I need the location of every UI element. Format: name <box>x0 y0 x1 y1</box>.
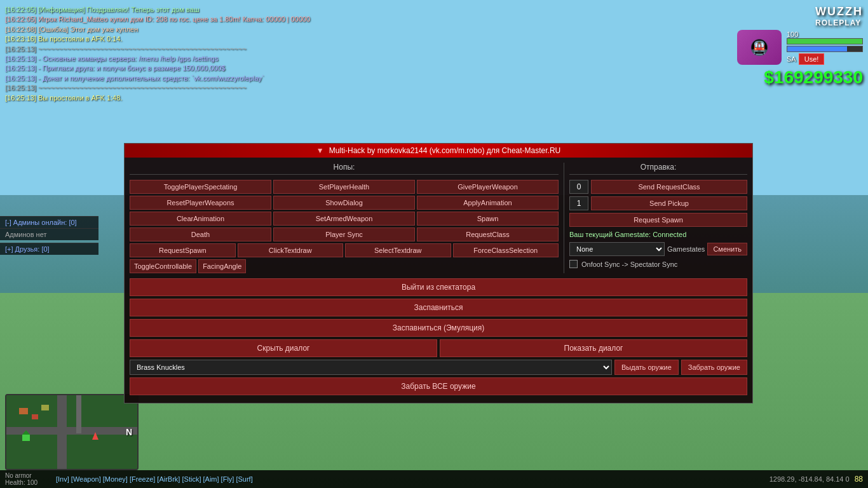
health-status: Health: 100 <box>5 479 56 486</box>
weapon-dropdown[interactable]: Brass Knuckles <box>130 360 612 375</box>
armor-bar <box>787 46 863 52</box>
nop-btn-set-armed-weapon[interactable]: SetArmedWeapon <box>273 212 415 226</box>
chat-line: [16:25:13] - Основные команды сервера: /… <box>5 54 374 64</box>
nop-btn-click-textdraw[interactable]: ClickTextdraw <box>238 243 344 257</box>
weapon-row: Brass Knuckles Выдать оружие Забрать ору… <box>130 360 747 375</box>
admins-none: Админов нет <box>0 228 98 240</box>
nops-header: Нопы: <box>130 163 559 175</box>
status-bar: No armor Health: 100 [Inv] [Weapon] [Mon… <box>0 470 868 488</box>
show-dialog-btn[interactable]: Показать диалог <box>440 339 747 357</box>
left-sidebar: [-] Админы онлайн: [0] Админов нет [+] Д… <box>0 216 98 255</box>
hack-panel-title: Multi-Hack by morkovka2144 (vk.com/m.rob… <box>329 146 561 155</box>
title-arrow: ▼ <box>316 146 324 155</box>
status-center: [Inv] [Weapon] [Money] [Freeze] [AirBrk]… <box>56 475 770 483</box>
send-requestclass-btn[interactable]: Send RequestClass <box>591 180 747 194</box>
health-label: 100 <box>787 30 798 38</box>
chat-area: [16:22:05] [Информация] Поздравляю! Тепе… <box>5 5 374 103</box>
nop-btn-request-spawn[interactable]: RequestSpawn <box>130 243 236 257</box>
compass-n: N <box>126 427 132 437</box>
give-weapon-btn[interactable]: Выдать оружие <box>614 360 679 375</box>
nop-btn-clear-animation[interactable]: ClearAnimation <box>130 212 271 226</box>
nop-btn-toggle-spectating[interactable]: TogglePlayerSpectating <box>130 180 271 194</box>
nop-btn-set-health[interactable]: SetPlayerHealth <box>273 180 415 194</box>
hack-panel-body: Нопы: TogglePlayerSpectating SetPlayerHe… <box>125 158 752 403</box>
health-bar-container: 100 <box>787 30 863 38</box>
nop-buttons-grid: TogglePlayerSpectating SetPlayerHealth G… <box>130 180 559 241</box>
send-header: Отправка: <box>569 163 747 175</box>
sa-label: SA <box>787 55 796 63</box>
nop-row-5: ToggleControllable FacingAngle <box>130 259 559 273</box>
nop-btn-spawn[interactable]: Spawn <box>417 212 559 226</box>
use-button[interactable]: Use! <box>799 53 825 65</box>
money-display: $169299330 <box>764 67 863 88</box>
svg-rect-5 <box>32 414 38 419</box>
nop-btn-apply-animation[interactable]: ApplyAnimation <box>417 196 559 210</box>
chat-line: [16:22:05] Игрок Richard_Matteo купил до… <box>5 15 374 24</box>
friends-header[interactable]: [+] Друзья: [0] <box>0 243 98 255</box>
nops-column: Нопы: TogglePlayerSpectating SetPlayerHe… <box>130 163 564 273</box>
nop-btn-request-class[interactable]: RequestClass <box>417 227 559 241</box>
svg-rect-6 <box>41 405 49 410</box>
onfoot-sync-row: Onfoot Sync -> Spectator Sync <box>569 260 747 268</box>
hack-panel-title-bar: ▼ Multi-Hack by morkovka2144 (vk.com/m.r… <box>125 144 752 158</box>
nop-btn-force-class[interactable]: ForceClassSelection <box>453 243 559 257</box>
nop-btn-death[interactable]: Death <box>130 227 271 241</box>
onfoot-sync-checkbox[interactable] <box>569 260 578 268</box>
status-score: 88 <box>855 475 863 484</box>
chat-line: [16:23:16] Вы простояли в AFK 0:14. <box>5 34 374 44</box>
gamestate-label: Ваш текущий Gamestate: Connected <box>569 231 747 238</box>
no-armor: No armor <box>5 472 56 479</box>
chat-line: [16:25:13] Вы простояли в AFK 1:48. <box>5 93 374 103</box>
hud-top-right: WUZZH ROLEPLAY 🚇 100 SA Use! $169299330 <box>737 5 863 88</box>
hack-panel-columns: Нопы: TogglePlayerSpectating SetPlayerHe… <box>130 163 747 273</box>
send-row-1: 1 Send Pickup <box>569 196 747 210</box>
send-column: Отправка: 0 Send RequestClass 1 Send Pic… <box>569 163 747 273</box>
gamestates-dropdown[interactable]: None <box>569 242 665 256</box>
spawn-btn[interactable]: Заспавниться <box>130 299 747 316</box>
svg-rect-8 <box>22 435 30 441</box>
svg-rect-3 <box>76 395 81 433</box>
send-number-0: 0 <box>569 180 588 194</box>
nop-btn-player-sync[interactable]: Player Sync <box>273 227 415 241</box>
health-bar-fill <box>787 39 862 44</box>
status-coords: 1298.29, -814.84, 84.14 0 <box>770 475 850 483</box>
take-all-weapons-btn[interactable]: Забрать ВСЕ оружие <box>130 377 747 395</box>
change-gamestate-btn[interactable]: Сменить <box>707 243 747 255</box>
server-logo: WUZZH ROLEPLAY <box>815 5 863 27</box>
logo-line1: WUZZH <box>815 5 863 18</box>
logo-line2: ROLEPLAY <box>815 18 863 27</box>
send-number-1: 1 <box>569 196 588 210</box>
health-bar <box>787 38 863 44</box>
hide-dialog-btn[interactable]: Скрыть диалог <box>130 339 437 357</box>
request-spawn-btn[interactable]: Request Spawn <box>569 213 747 227</box>
take-weapon-btn[interactable]: Забрать оружие <box>681 360 747 375</box>
nop-row-4: RequestSpawn ClickTextdraw SelectTextdra… <box>130 243 559 257</box>
chat-line: [16:25:13] - Донат и получение дополните… <box>5 74 374 83</box>
onfoot-sync-label: Onfoot Sync -> Spectator Sync <box>581 261 677 268</box>
hack-panel: ▼ Multi-Hack by morkovka2144 (vk.com/m.r… <box>124 143 753 403</box>
chat-line: [16:25:13] ~~~~~~~~~~~~~~~~~~~~~~~~~~~~~… <box>5 83 374 93</box>
armor-bar-fill <box>787 46 847 51</box>
nop-btn-select-textdraw[interactable]: SelectTextdraw <box>345 243 451 257</box>
nop-btn-show-dialog[interactable]: ShowDialog <box>273 196 415 210</box>
dialog-btns: Скрыть диалог Показать диалог <box>130 339 747 357</box>
send-row-0: 0 Send RequestClass <box>569 180 747 194</box>
admins-header[interactable]: [-] Админы онлайн: [0] <box>0 216 98 228</box>
chat-line: [16:25:13] ~~~~~~~~~~~~~~~~~~~~~~~~~~~~~… <box>5 44 374 54</box>
exit-spectator-btn[interactable]: Выйти из спектатора <box>130 278 747 296</box>
metro-icon: 🚇 <box>737 30 782 65</box>
gamestates-row: None Gamestates Сменить <box>569 242 747 256</box>
spawn-emul-btn[interactable]: Заспавниться (Эмуляция) <box>130 319 747 337</box>
bottom-buttons: Выйти из спектатора Заспавниться Заспавн… <box>130 278 747 395</box>
chat-line: [16:22:08] [Ошибка] Этот дом уже куплен <box>5 25 374 34</box>
chat-line: [16:25:13] - Пригласи друга: и получи бо… <box>5 64 374 73</box>
send-pickup-btn[interactable]: Send Pickup <box>591 196 747 210</box>
minimap: N <box>5 394 139 470</box>
nop-btn-toggle-controllable[interactable]: ToggleControllable <box>130 259 196 273</box>
minimap-svg <box>6 395 137 469</box>
status-left: No armor Health: 100 <box>5 472 56 486</box>
nop-btn-give-weapon[interactable]: GivePlayerWeapon <box>417 180 559 194</box>
nop-btn-facing-angle[interactable]: FacingAngle <box>198 259 246 273</box>
nop-btn-reset-weapons[interactable]: ResetPlayerWeapons <box>130 196 271 210</box>
gamestates-label: Gamestates <box>667 245 705 253</box>
